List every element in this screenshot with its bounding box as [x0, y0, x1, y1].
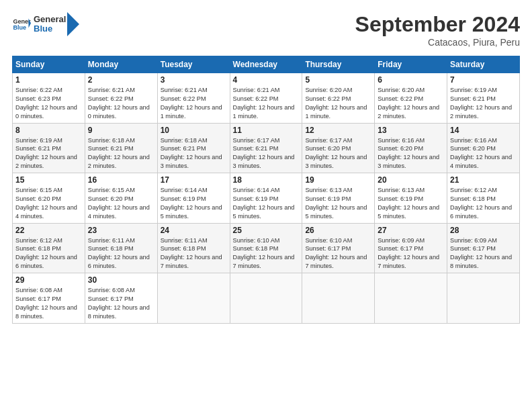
day-number: 28 [450, 226, 517, 235]
day-number: 27 [378, 226, 444, 235]
day-info: Sunrise: 6:09 AM Sunset: 6:17 PM Dayligh… [450, 236, 517, 271]
table-row: 7 Sunrise: 6:19 AM Sunset: 6:21 PM Dayli… [447, 73, 520, 124]
logo-general: General [34, 14, 66, 24]
col-friday: Friday [375, 56, 447, 73]
day-number: 9 [88, 126, 154, 135]
day-info: Sunrise: 6:12 AM Sunset: 6:18 PM Dayligh… [15, 236, 82, 271]
day-info: Sunrise: 6:21 AM Sunset: 6:22 PM Dayligh… [233, 86, 300, 121]
table-row: 19 Sunrise: 6:13 AM Sunset: 6:19 PM Dayl… [302, 173, 375, 224]
month-title: September 2024 [355, 12, 520, 37]
table-row: 13 Sunrise: 6:16 AM Sunset: 6:20 PM Dayl… [375, 123, 447, 173]
table-row [375, 273, 447, 324]
day-number: 4 [233, 75, 300, 85]
day-number: 12 [305, 126, 371, 135]
day-info: Sunrise: 6:11 AM Sunset: 6:18 PM Dayligh… [88, 236, 154, 271]
day-info: Sunrise: 6:13 AM Sunset: 6:19 PM Dayligh… [378, 186, 444, 221]
table-row: 17 Sunrise: 6:14 AM Sunset: 6:19 PM Dayl… [157, 173, 230, 224]
day-info: Sunrise: 6:13 AM Sunset: 6:19 PM Dayligh… [305, 186, 371, 221]
day-info: Sunrise: 6:08 AM Sunset: 6:17 PM Dayligh… [88, 286, 154, 321]
table-row: 2 Sunrise: 6:21 AM Sunset: 6:22 PM Dayli… [85, 73, 157, 124]
logo-blue: Blue [34, 24, 52, 34]
table-row: 20 Sunrise: 6:13 AM Sunset: 6:19 PM Dayl… [375, 173, 447, 224]
table-row: 25 Sunrise: 6:10 AM Sunset: 6:18 PM Dayl… [230, 223, 302, 273]
day-number: 5 [305, 75, 371, 85]
table-row: 9 Sunrise: 6:18 AM Sunset: 6:21 PM Dayli… [85, 123, 157, 173]
table-row: 30 Sunrise: 6:08 AM Sunset: 6:17 PM Dayl… [85, 273, 157, 324]
day-info: Sunrise: 6:16 AM Sunset: 6:20 PM Dayligh… [378, 136, 444, 171]
day-info: Sunrise: 6:22 AM Sunset: 6:23 PM Dayligh… [15, 86, 82, 121]
day-info: Sunrise: 6:15 AM Sunset: 6:20 PM Dayligh… [15, 186, 82, 221]
day-info: Sunrise: 6:11 AM Sunset: 6:18 PM Dayligh… [161, 236, 227, 271]
page: General Blue General Blue September 2024… [0, 0, 532, 330]
table-row: 12 Sunrise: 6:17 AM Sunset: 6:20 PM Dayl… [302, 123, 375, 173]
day-number: 30 [88, 275, 154, 285]
col-saturday: Saturday [447, 56, 520, 73]
day-number: 18 [233, 175, 300, 185]
day-number: 1 [15, 75, 82, 85]
day-info: Sunrise: 6:14 AM Sunset: 6:19 PM Dayligh… [161, 186, 227, 221]
calendar-week-row: 29 Sunrise: 6:08 AM Sunset: 6:17 PM Dayl… [13, 273, 520, 324]
day-info: Sunrise: 6:18 AM Sunset: 6:21 PM Dayligh… [88, 136, 154, 171]
day-number: 3 [161, 75, 227, 85]
table-row: 15 Sunrise: 6:15 AM Sunset: 6:20 PM Dayl… [13, 173, 85, 224]
day-info: Sunrise: 6:08 AM Sunset: 6:17 PM Dayligh… [15, 286, 82, 321]
calendar-week-row: 1 Sunrise: 6:22 AM Sunset: 6:23 PM Dayli… [13, 73, 520, 124]
table-row: 29 Sunrise: 6:08 AM Sunset: 6:17 PM Dayl… [13, 273, 85, 324]
calendar-week-row: 8 Sunrise: 6:19 AM Sunset: 6:21 PM Dayli… [13, 123, 520, 173]
day-info: Sunrise: 6:10 AM Sunset: 6:18 PM Dayligh… [233, 236, 300, 271]
col-tuesday: Tuesday [157, 56, 230, 73]
col-thursday: Thursday [302, 56, 375, 73]
day-info: Sunrise: 6:19 AM Sunset: 6:21 PM Dayligh… [15, 136, 82, 171]
day-info: Sunrise: 6:16 AM Sunset: 6:20 PM Dayligh… [450, 136, 517, 171]
logo-icon: General Blue [12, 15, 31, 34]
table-row: 6 Sunrise: 6:20 AM Sunset: 6:22 PM Dayli… [375, 73, 447, 124]
table-row: 28 Sunrise: 6:09 AM Sunset: 6:17 PM Dayl… [447, 223, 520, 273]
svg-text:Blue: Blue [13, 24, 26, 31]
day-number: 16 [88, 175, 154, 185]
table-row [447, 273, 520, 324]
day-info: Sunrise: 6:21 AM Sunset: 6:22 PM Dayligh… [88, 86, 154, 121]
table-row: 11 Sunrise: 6:17 AM Sunset: 6:21 PM Dayl… [230, 123, 302, 173]
col-monday: Monday [85, 56, 157, 73]
table-row: 3 Sunrise: 6:21 AM Sunset: 6:22 PM Dayli… [157, 73, 230, 124]
table-row [230, 273, 302, 324]
table-row: 1 Sunrise: 6:22 AM Sunset: 6:23 PM Dayli… [13, 73, 85, 124]
calendar-table: Sunday Monday Tuesday Wednesday Thursday… [12, 56, 520, 324]
day-info: Sunrise: 6:12 AM Sunset: 6:18 PM Dayligh… [450, 186, 517, 221]
calendar-week-row: 15 Sunrise: 6:15 AM Sunset: 6:20 PM Dayl… [13, 173, 520, 224]
day-info: Sunrise: 6:17 AM Sunset: 6:20 PM Dayligh… [305, 136, 371, 171]
logo: General Blue General Blue [12, 12, 79, 36]
day-number: 22 [15, 226, 82, 235]
table-row: 24 Sunrise: 6:11 AM Sunset: 6:18 PM Dayl… [157, 223, 230, 273]
svg-marker-3 [67, 12, 79, 36]
table-row: 22 Sunrise: 6:12 AM Sunset: 6:18 PM Dayl… [13, 223, 85, 273]
day-info: Sunrise: 6:09 AM Sunset: 6:17 PM Dayligh… [378, 236, 444, 271]
table-row: 26 Sunrise: 6:10 AM Sunset: 6:17 PM Dayl… [302, 223, 375, 273]
day-number: 2 [88, 75, 154, 85]
col-sunday: Sunday [13, 56, 85, 73]
day-info: Sunrise: 6:20 AM Sunset: 6:22 PM Dayligh… [305, 86, 371, 121]
day-number: 29 [15, 275, 82, 285]
day-info: Sunrise: 6:21 AM Sunset: 6:22 PM Dayligh… [161, 86, 227, 121]
table-row: 8 Sunrise: 6:19 AM Sunset: 6:21 PM Dayli… [13, 123, 85, 173]
day-info: Sunrise: 6:20 AM Sunset: 6:22 PM Dayligh… [378, 86, 444, 121]
day-number: 13 [378, 126, 444, 135]
day-number: 20 [378, 175, 444, 185]
day-info: Sunrise: 6:18 AM Sunset: 6:21 PM Dayligh… [161, 136, 227, 171]
table-row: 4 Sunrise: 6:21 AM Sunset: 6:22 PM Dayli… [230, 73, 302, 124]
day-number: 6 [378, 75, 444, 85]
table-row: 18 Sunrise: 6:14 AM Sunset: 6:19 PM Dayl… [230, 173, 302, 224]
table-row [157, 273, 230, 324]
col-wednesday: Wednesday [230, 56, 302, 73]
svg-text:General: General [13, 18, 31, 25]
logo-triangle-icon [67, 12, 79, 36]
table-row: 16 Sunrise: 6:15 AM Sunset: 6:20 PM Dayl… [85, 173, 157, 224]
day-number: 10 [161, 126, 227, 135]
day-number: 24 [161, 226, 227, 235]
day-info: Sunrise: 6:10 AM Sunset: 6:17 PM Dayligh… [305, 236, 371, 271]
calendar-header-row: Sunday Monday Tuesday Wednesday Thursday… [13, 56, 520, 73]
table-row: 14 Sunrise: 6:16 AM Sunset: 6:20 PM Dayl… [447, 123, 520, 173]
calendar-week-row: 22 Sunrise: 6:12 AM Sunset: 6:18 PM Dayl… [13, 223, 520, 273]
day-number: 17 [161, 175, 227, 185]
day-number: 11 [233, 126, 300, 135]
